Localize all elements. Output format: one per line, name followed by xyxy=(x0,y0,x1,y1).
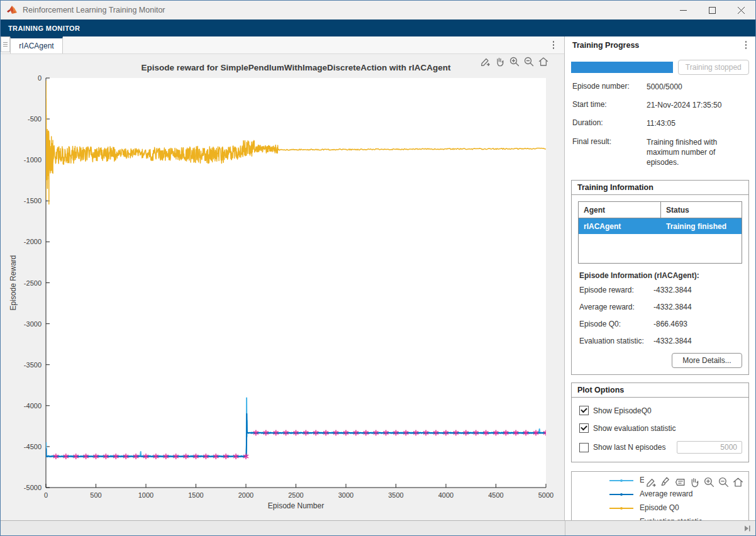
svg-text:0: 0 xyxy=(44,491,48,499)
final-result-row: Final result: Training finished with max… xyxy=(571,133,749,172)
show-episodeq0-checkbox[interactable] xyxy=(579,406,589,415)
svg-text:5000: 5000 xyxy=(538,491,553,499)
axes-toolbar xyxy=(479,55,549,67)
document-menu-kebab-icon[interactable] xyxy=(548,36,559,53)
table-empty-area xyxy=(579,234,742,263)
app-window: Reinforcement Learning Training Monitor … xyxy=(0,0,756,536)
tab-rlacagent[interactable]: rIACAgent xyxy=(10,36,63,53)
episode-q0-line-sample xyxy=(609,508,633,509)
show-last-n-episodes-option[interactable]: Show last N episodes 5000 xyxy=(579,441,742,454)
progress-bar-fill xyxy=(571,62,673,73)
toolstrip: TRAINING MONITOR xyxy=(1,20,755,36)
matlab-logo-icon xyxy=(6,5,18,15)
average-reward-value: -4332.3844 xyxy=(653,303,692,311)
column-header-status: Status xyxy=(661,202,742,218)
zoom-out-icon[interactable] xyxy=(523,55,535,67)
svg-text:Episode reward for SimplePendl: Episode reward for SimplePendlumWithImag… xyxy=(142,63,451,72)
svg-text:4500: 4500 xyxy=(488,491,503,499)
legend-item-episode-q0[interactable]: Episode Q0 xyxy=(572,503,748,513)
export-icon[interactable] xyxy=(645,476,657,488)
restore-view-icon[interactable] xyxy=(732,476,744,488)
episode-number-row: Episode number: 5000/5000 xyxy=(571,77,749,96)
svg-text:2500: 2500 xyxy=(288,491,303,499)
duration-value: 11:43:05 xyxy=(647,118,747,128)
duration-row: Duration: 11:43:05 xyxy=(571,114,749,132)
show-episodeq0-option[interactable]: Show EpisodeQ0 xyxy=(579,406,742,415)
more-details-button[interactable]: More Details... xyxy=(672,353,742,368)
pan-hand-icon[interactable] xyxy=(494,55,506,67)
svg-text:3500: 3500 xyxy=(388,491,403,499)
svg-text:-2000: -2000 xyxy=(24,238,42,245)
brush-icon[interactable] xyxy=(660,476,672,488)
export-icon[interactable] xyxy=(479,55,491,67)
window-title: Reinforcement Learning Training Monitor xyxy=(23,6,165,14)
evaluation-statistic-stat: Evaluation statistic: -4332.3844 xyxy=(579,332,741,349)
n-episodes-input[interactable]: 5000 xyxy=(677,441,742,454)
section-title: Training Information xyxy=(572,181,748,195)
plot-options-section: Plot Options Show EpisodeQ0 Show evaluat… xyxy=(571,382,749,462)
svg-text:-4500: -4500 xyxy=(24,443,42,450)
show-last-n-episodes-checkbox[interactable] xyxy=(579,443,589,452)
datatips-icon[interactable] xyxy=(674,476,686,488)
table-header-row: Agent Status xyxy=(579,202,742,218)
start-time-row: Start time: 21-Nov-2024 17:35:50 xyxy=(571,96,749,114)
svg-text:2000: 2000 xyxy=(238,491,253,499)
maximize-button[interactable] xyxy=(698,1,726,20)
episode-reward-stat: Episode reward: -4332.3844 xyxy=(579,281,741,298)
svg-text:-500: -500 xyxy=(28,115,42,123)
show-evaluation-statistic-checkbox[interactable] xyxy=(579,423,589,433)
document-area: rIACAgent 050010001500200025003000350040… xyxy=(1,36,565,520)
zoom-in-icon[interactable] xyxy=(508,55,520,67)
section-title: Plot Options xyxy=(572,383,748,398)
figure-canvas: 0500100015002000250030003500400045005000… xyxy=(1,54,564,521)
svg-text:-5000: -5000 xyxy=(24,484,42,491)
episode-reward-value: -4332.3844 xyxy=(653,286,692,294)
training-progress-bar xyxy=(571,62,673,73)
final-result-value: Training finished with maximum number of… xyxy=(647,137,741,168)
training-stopped-button[interactable]: Training stopped xyxy=(678,60,749,75)
document-tab-strip: rIACAgent xyxy=(1,36,564,54)
svg-text:1000: 1000 xyxy=(138,491,153,499)
svg-text:-1000: -1000 xyxy=(24,156,42,164)
training-progress-panel: Training Progress Training stopped Episo… xyxy=(565,36,755,520)
episode-q0-stat: Episode Q0: -866.4693 xyxy=(579,315,741,332)
minimize-button[interactable] xyxy=(669,1,698,20)
show-evaluation-statistic-option[interactable]: Show evaluation statistic xyxy=(579,423,742,433)
tab-training-monitor[interactable]: TRAINING MONITOR xyxy=(8,25,80,32)
floating-axes-toolbar xyxy=(644,476,745,489)
episode-number-value: 5000/5000 xyxy=(647,82,747,92)
legend-item-average-reward[interactable]: Average reward xyxy=(572,489,748,500)
reward-chart[interactable]: 0500100015002000250030003500400045005000… xyxy=(1,54,565,521)
svg-text:-3000: -3000 xyxy=(24,320,42,328)
svg-text:Episode Number: Episode Number xyxy=(268,501,324,510)
svg-text:-4000: -4000 xyxy=(24,402,42,410)
svg-text:500: 500 xyxy=(90,491,101,499)
episode-information-title: Episode Information (rIACAgent): xyxy=(579,271,742,280)
pan-hand-icon[interactable] xyxy=(689,476,701,488)
average-reward-stat: Average reward: -4332.3844 xyxy=(579,298,741,315)
svg-text:-1500: -1500 xyxy=(24,197,42,204)
zoom-in-icon[interactable] xyxy=(703,476,715,488)
evaluation-statistic-value: -4332.3844 xyxy=(653,337,692,345)
episode-q0-value: -866.4693 xyxy=(653,320,687,328)
agents-table: Agent Status rIACAgent Training finished xyxy=(578,201,742,264)
svg-text:1500: 1500 xyxy=(188,491,203,499)
svg-text:4000: 4000 xyxy=(438,491,453,499)
table-row-rlacagent[interactable]: rIACAgent Training finished xyxy=(579,218,742,234)
svg-text:3000: 3000 xyxy=(338,491,353,499)
svg-text:Episode Reward: Episode Reward xyxy=(9,255,18,310)
status-bar xyxy=(1,520,755,536)
zoom-out-icon[interactable] xyxy=(718,476,730,488)
panel-title: Training Progress xyxy=(572,41,639,50)
title-bar: Reinforcement Learning Training Monitor xyxy=(1,1,755,20)
panel-menu-kebab-icon[interactable] xyxy=(740,36,752,53)
close-button[interactable] xyxy=(726,1,755,20)
restore-view-icon[interactable] xyxy=(537,55,549,67)
svg-text:-3500: -3500 xyxy=(24,361,42,369)
start-time-value: 21-Nov-2024 17:35:50 xyxy=(647,100,747,110)
tab-strip-grip-icon[interactable] xyxy=(1,36,10,52)
svg-text:0: 0 xyxy=(38,74,42,82)
column-header-agent: Agent xyxy=(579,202,661,218)
svg-text:-2500: -2500 xyxy=(24,279,42,287)
expand-panel-icon[interactable] xyxy=(743,525,751,532)
